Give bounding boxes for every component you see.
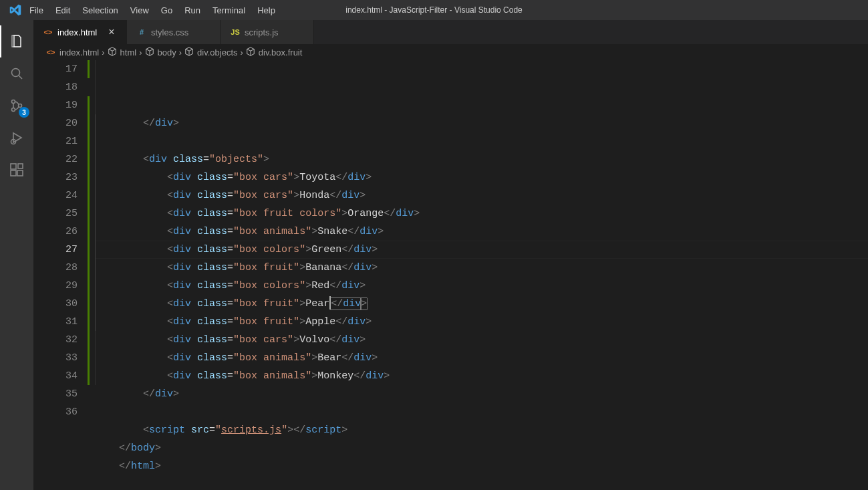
- window-title: index.html - JavaScript-Filter - Visual …: [345, 5, 523, 15]
- line-number: 35: [33, 385, 78, 403]
- svg-rect-6: [11, 170, 16, 176]
- code-line[interactable]: <script src="scripts.js"></script>: [95, 421, 868, 439]
- svg-rect-8: [18, 164, 23, 168]
- line-number: 28: [33, 259, 78, 277]
- code-line[interactable]: <div class="box cars">Honda</div>: [95, 187, 868, 205]
- text-cursor: [329, 296, 331, 310]
- activity-explorer[interactable]: [0, 25, 33, 57]
- code-line[interactable]: </body>: [95, 439, 868, 457]
- line-number: 31: [33, 313, 78, 331]
- tab-index-html[interactable]: <>index.html×: [33, 20, 127, 44]
- css-file-icon: #: [136, 27, 147, 37]
- breadcrumb-label: html: [120, 47, 137, 57]
- breadcrumb-label: index.html: [59, 47, 99, 57]
- code-line[interactable]: </div>: [95, 385, 868, 403]
- gutter: 1718192021222324252627282930313233343536: [33, 60, 95, 490]
- code-line[interactable]: <div class="box animals">Monkey</div>: [95, 367, 868, 385]
- chevron-right-icon: ›: [179, 47, 182, 57]
- line-number: 30: [33, 295, 78, 313]
- line-number: 29: [33, 277, 78, 295]
- code-line[interactable]: <div class="box cars">Toyota</div>: [95, 168, 868, 187]
- line-number: 24: [33, 187, 78, 205]
- chevron-right-icon: ›: [102, 47, 104, 57]
- tab-bar: <>index.html×#styles.css×JSscripts.js×: [33, 20, 868, 44]
- line-number: 33: [33, 349, 78, 367]
- menu-item-selection[interactable]: Selection: [76, 0, 124, 20]
- breadcrumb-item[interactable]: div.objects: [184, 47, 237, 58]
- chevron-right-icon: ›: [139, 47, 142, 57]
- code-line[interactable]: <div class="box colors">Red</div>: [95, 277, 868, 295]
- chevron-right-icon: ›: [241, 47, 243, 57]
- line-number: 20: [33, 114, 78, 132]
- menu-item-help[interactable]: Help: [251, 0, 281, 20]
- vscode-logo-icon: [0, 4, 23, 16]
- menu-item-view[interactable]: View: [124, 0, 155, 20]
- activity-extensions[interactable]: [0, 154, 33, 186]
- breadcrumb-item[interactable]: <>index.html: [45, 47, 99, 57]
- code-content[interactable]: </div> <div class="objects"> <div class=…: [95, 60, 868, 490]
- symbol-icon: [246, 47, 255, 58]
- close-icon[interactable]: ×: [106, 26, 117, 38]
- line-number: 25: [33, 205, 78, 223]
- line-number: 18: [33, 78, 78, 96]
- indent-guide: [95, 60, 96, 385]
- svg-rect-7: [17, 170, 23, 176]
- code-line[interactable]: [95, 132, 868, 150]
- breadcrumb-label: div.objects: [197, 47, 237, 57]
- breadcrumbs[interactable]: <>index.html›html›body›div.objects›div.b…: [33, 44, 868, 60]
- breadcrumb-item[interactable]: body: [145, 47, 176, 58]
- code-line[interactable]: <div class="box fruit">Apple</div>: [95, 313, 868, 331]
- line-number: 32: [33, 331, 78, 349]
- symbol-icon: [145, 47, 154, 58]
- code-line[interactable]: <div class="box fruit">Banana</div>: [95, 259, 868, 277]
- activity-debug[interactable]: [0, 122, 33, 154]
- menu-item-file[interactable]: File: [23, 0, 49, 20]
- breadcrumb-label: body: [158, 47, 176, 57]
- code-line[interactable]: [95, 403, 868, 421]
- activity-scm[interactable]: 3: [0, 90, 33, 122]
- symbol-icon: [108, 47, 117, 58]
- svg-point-1: [12, 100, 15, 104]
- menu-item-run[interactable]: Run: [178, 0, 206, 20]
- html-file-icon: <>: [45, 47, 56, 57]
- line-number: 36: [33, 403, 78, 421]
- code-line[interactable]: <div class="objects">: [95, 150, 868, 168]
- line-number: 17: [33, 60, 78, 78]
- code-line[interactable]: <div class="box fruit">Pear</div>: [95, 295, 868, 313]
- line-number: 34: [33, 367, 78, 385]
- line-number: 23: [33, 168, 78, 187]
- svg-point-0: [12, 69, 20, 77]
- menu-item-go[interactable]: Go: [155, 0, 178, 20]
- svg-point-2: [12, 108, 15, 112]
- code-editor[interactable]: 1718192021222324252627282930313233343536…: [33, 60, 868, 490]
- breadcrumb-label: div.box.fruit: [259, 47, 303, 57]
- code-line[interactable]: <div class="box fruit colors">Orange</di…: [95, 205, 868, 223]
- code-line[interactable]: <div class="box cars">Volvo</div>: [95, 331, 868, 349]
- code-line[interactable]: </div>: [95, 114, 868, 132]
- tab-styles-css[interactable]: #styles.css×: [127, 20, 221, 44]
- svg-rect-5: [11, 164, 16, 169]
- breadcrumb-item[interactable]: div.box.fruit: [246, 47, 303, 58]
- js-file-icon: JS: [230, 27, 241, 37]
- line-number: 21: [33, 132, 78, 150]
- tab-label: scripts.js: [245, 27, 279, 37]
- editor-area: <>index.html×#styles.css×JSscripts.js× <…: [33, 20, 868, 490]
- main-area: 3 <>index.html×#styles.css×JSscripts.js×…: [0, 20, 868, 490]
- code-line[interactable]: <div class="box animals">Bear</div>: [95, 349, 868, 367]
- menu-item-edit[interactable]: Edit: [49, 0, 76, 20]
- activity-search[interactable]: [0, 57, 33, 90]
- code-line[interactable]: <div class="box colors">Green</div>: [95, 241, 868, 259]
- symbol-icon: [184, 47, 194, 58]
- tab-label: styles.css: [151, 27, 188, 37]
- breadcrumb-item[interactable]: html: [108, 47, 137, 58]
- tab-scripts-js[interactable]: JSscripts.js×: [221, 20, 314, 44]
- menu-item-terminal[interactable]: Terminal: [206, 0, 251, 20]
- code-line[interactable]: <div class="box animals">Snake</div>: [95, 223, 868, 241]
- menu-bar: FileEditSelectionViewGoRunTerminalHelp: [23, 0, 281, 20]
- line-number: 26: [33, 223, 78, 241]
- activity-bar: 3: [0, 20, 33, 490]
- line-number: 22: [33, 150, 78, 168]
- code-line[interactable]: </html>: [95, 457, 868, 475]
- line-number: 27: [33, 241, 78, 259]
- tab-label: index.html: [57, 27, 97, 37]
